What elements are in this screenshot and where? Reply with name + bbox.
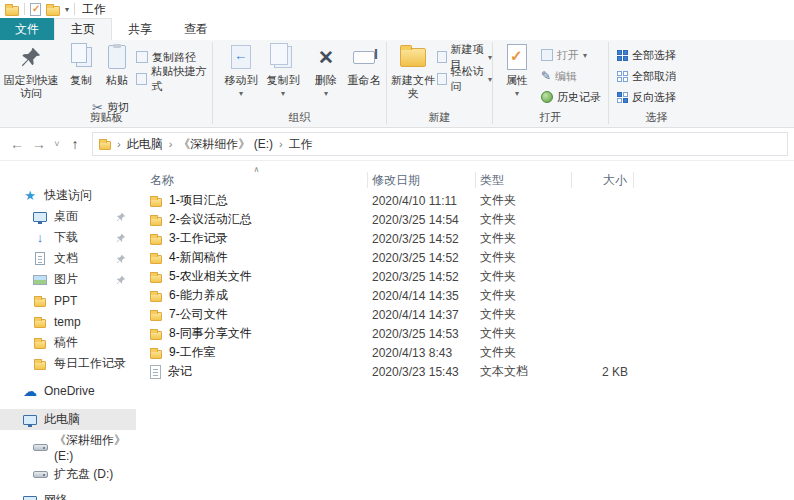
breadcrumb-work[interactable]: 工作 [289, 136, 313, 153]
file-row[interactable]: 9-工作室 2020/4/13 8:43 文件夹 [146, 343, 794, 362]
move-to-button[interactable]: 移动到 ▾ [221, 42, 261, 100]
folder-icon [32, 337, 48, 349]
sidebar-item-pictures[interactable]: 图片 [0, 269, 136, 290]
breadcrumb-drive-e[interactable]: 《深耕细作》 (E:) [178, 136, 273, 153]
sidebar-item-downloads[interactable]: ↓ 下载 [0, 227, 136, 248]
tab-file[interactable]: 文件 [0, 18, 54, 40]
sidebar-item-quick-access[interactable]: ★ 快速访问 [0, 185, 136, 206]
file-name: 3-工作记录 [169, 230, 228, 247]
column-header-size[interactable]: 大小 [572, 172, 634, 188]
sidebar-item-drafts[interactable]: 稿件 [0, 332, 136, 353]
recent-locations-dropdown[interactable]: ˅ [50, 139, 64, 149]
window-folder-icon [5, 6, 19, 16]
rename-label: 重命名 [348, 74, 381, 87]
select-none-button[interactable]: 全部取消 [617, 67, 676, 85]
file-row[interactable]: 3-工作记录 2020/3/25 14:52 文件夹 [146, 229, 794, 248]
open-button[interactable]: 打开 ▾ [541, 46, 587, 64]
date-header-label: 修改日期 [372, 172, 420, 189]
onedrive-cloud-icon: ☁ [22, 383, 38, 399]
breadcrumb-this-pc[interactable]: 此电脑 [127, 136, 163, 153]
pin-icon [116, 211, 126, 225]
file-row[interactable]: 杂记 2020/3/23 15:43 文本文档 2 KB [146, 362, 794, 381]
properties-button[interactable]: 属性 ▾ [499, 42, 535, 100]
new-item-dropdown-icon: ▾ [488, 53, 492, 62]
sidebar-item-onedrive[interactable]: ☁ OneDrive [0, 380, 136, 401]
file-row[interactable]: 7-公司文件 2020/4/14 14:37 文件夹 [146, 305, 794, 324]
invert-selection-button[interactable]: 反向选择 [617, 88, 676, 106]
address-field[interactable]: › 此电脑 › 《深耕细作》 (E:) › 工作 [92, 132, 788, 156]
open-group-label: 打开 [493, 110, 608, 125]
file-row[interactable]: 8-同事分享文件 2020/3/25 14:53 文件夹 [146, 324, 794, 343]
edit-button[interactable]: ✎ 编辑 [541, 67, 577, 85]
edit-label: 编辑 [555, 69, 577, 84]
invert-selection-icon [617, 92, 628, 103]
paste-shortcut-button[interactable]: 粘贴快捷方式 [136, 70, 212, 88]
sidebar-label: 稿件 [54, 334, 78, 351]
qat-new-folder-button[interactable] [46, 6, 60, 16]
organize-group-label: 组织 [213, 110, 386, 125]
tab-share[interactable]: 共享 [112, 18, 168, 40]
file-date: 2020/3/25 14:52 [368, 270, 476, 284]
quick-access-star-icon: ★ [22, 188, 38, 203]
sidebar-item-documents[interactable]: 文档 [0, 248, 136, 269]
sidebar-item-drive-e[interactable]: 《深耕细作》 (E:) [0, 437, 136, 458]
crumb-separator-icon: › [117, 138, 121, 150]
select-all-label: 全部选择 [632, 48, 676, 63]
file-name: 9-工作室 [169, 344, 216, 361]
folder-icon [150, 236, 162, 245]
up-button[interactable]: ↑ [64, 136, 86, 152]
sidebar-label: 下载 [54, 229, 78, 246]
column-header-type[interactable]: 类型 [476, 172, 572, 188]
history-icon [541, 91, 553, 103]
sidebar-item-drive-d[interactable]: 扩充盘 (D:) [0, 464, 136, 485]
file-date: 2020/4/13 8:43 [368, 346, 476, 360]
file-row[interactable]: 6-能力养成 2020/4/14 14:35 文件夹 [146, 286, 794, 305]
folder-icon [150, 274, 162, 283]
file-row[interactable]: 1-项目汇总 2020/4/10 11:11 文件夹 [146, 191, 794, 210]
main-area: ★ 快速访问 桌面 ↓ 下载 文档 图片 [0, 161, 794, 500]
downloads-icon: ↓ [32, 230, 48, 245]
tab-home[interactable]: 主页 [54, 18, 112, 40]
back-button[interactable]: ← [6, 136, 28, 152]
sidebar-item-this-pc[interactable]: 此电脑 [0, 409, 136, 430]
new-folder-button[interactable]: 新建文件夹 [391, 42, 435, 100]
pin-icon [116, 253, 126, 267]
sidebar-item-desktop[interactable]: 桌面 [0, 206, 136, 227]
file-row[interactable]: 5-农业相关文件 2020/3/25 14:52 文件夹 [146, 267, 794, 286]
file-row[interactable]: 2-会议活动汇总 2020/3/25 14:54 文件夹 [146, 210, 794, 229]
network-icon [22, 496, 38, 500]
rename-button[interactable]: 重命名 [343, 42, 385, 87]
select-all-button[interactable]: 全部选择 [617, 46, 676, 64]
forward-button[interactable]: → [28, 136, 50, 152]
sidebar-item-network[interactable]: 网络 [0, 490, 136, 500]
folder-icon [32, 358, 48, 370]
column-headers: 名称 ∧ 修改日期 类型 大小 [146, 169, 794, 191]
text-document-icon [150, 365, 161, 379]
file-type: 文本文档 [476, 363, 572, 380]
ribbon-group-new: 新建文件夹 新建项目 ▾ 轻松访问 ▾ 新建 [387, 40, 492, 127]
copy-to-button[interactable]: 复制到 ▾ [263, 42, 303, 100]
history-button[interactable]: 历史记录 [541, 88, 601, 106]
qat-customize-dropdown[interactable]: ▾ [65, 5, 69, 14]
easy-access-button[interactable]: 轻松访问 ▾ [437, 70, 492, 88]
new-folder-icon [400, 42, 426, 72]
file-row[interactable]: 4-新闻稿件 2020/3/25 14:52 文件夹 [146, 248, 794, 267]
sidebar-item-temp[interactable]: temp [0, 311, 136, 332]
pin-to-quick-access-label: 固定到快速访问 [2, 74, 60, 100]
crumb-separator-icon: › [169, 138, 173, 150]
column-header-date[interactable]: 修改日期 [368, 172, 476, 188]
select-none-icon [617, 71, 628, 82]
easy-access-label: 轻松访问 [451, 64, 484, 94]
tab-view[interactable]: 查看 [168, 18, 224, 40]
column-header-name[interactable]: 名称 ∧ [146, 172, 368, 188]
delete-button[interactable]: ✕ 删除 ▾ [309, 42, 343, 100]
pin-to-quick-access-button[interactable]: 固定到快速访问 [2, 42, 60, 100]
qat-properties-button[interactable] [30, 3, 41, 16]
select-none-label: 全部取消 [632, 69, 676, 84]
copy-button[interactable]: 复制 [62, 42, 100, 87]
paste-button[interactable]: 粘贴 [100, 42, 134, 87]
sidebar-item-daily-log[interactable]: 每日工作记录 [0, 353, 136, 374]
qat-divider [74, 3, 75, 15]
select-group-label: 选择 [609, 110, 704, 125]
sidebar-item-ppt[interactable]: PPT [0, 290, 136, 311]
